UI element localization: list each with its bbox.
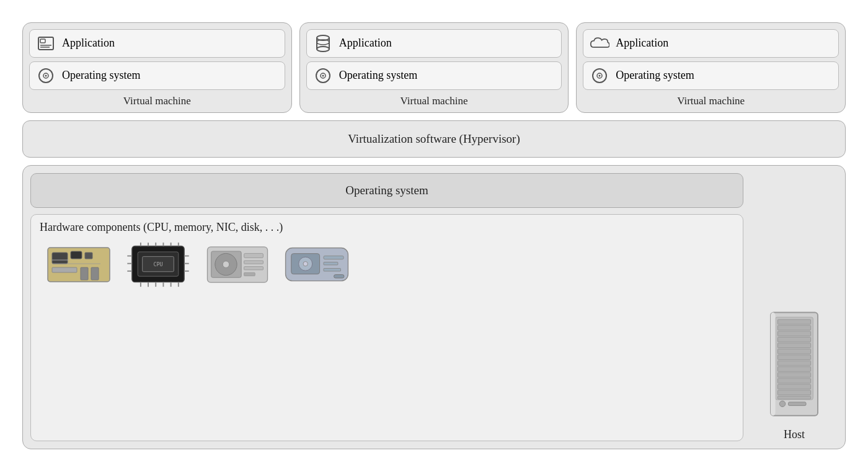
svg-rect-62 — [324, 262, 338, 265]
svg-rect-69 — [777, 331, 810, 336]
svg-rect-19 — [52, 253, 68, 264]
vm3-label: Virtual machine — [583, 95, 839, 107]
svg-rect-79 — [777, 390, 810, 395]
vm2-os-row: Operating system — [306, 61, 562, 90]
host-os-label: Operating system — [345, 184, 428, 197]
svg-rect-70 — [777, 337, 810, 342]
svg-point-52 — [223, 261, 229, 267]
vm1-os-label: Operating system — [62, 69, 140, 82]
svg-rect-71 — [777, 343, 810, 348]
vm3-os-row: Operating system — [583, 61, 839, 90]
svg-rect-1 — [40, 39, 45, 43]
svg-rect-24 — [91, 267, 99, 280]
svg-rect-61 — [324, 256, 343, 259]
vm2-app-row: Application — [306, 29, 562, 58]
svg-rect-77 — [777, 378, 810, 383]
cpu-image: CPU — [124, 241, 192, 288]
svg-rect-21 — [85, 253, 92, 259]
database-icon — [313, 34, 333, 53]
svg-rect-80 — [777, 396, 810, 399]
svg-rect-74 — [777, 361, 810, 366]
svg-rect-54 — [244, 260, 264, 263]
server-tower-icon — [757, 307, 831, 424]
svg-rect-55 — [244, 266, 264, 269]
host-row: Operating system Hardware components (CP… — [22, 165, 846, 449]
vm1-app-row: Application — [29, 29, 285, 58]
svg-point-17 — [599, 74, 601, 76]
vm1-box: Application Operating system Virtual mac… — [22, 22, 292, 113]
svg-rect-68 — [777, 325, 810, 330]
diagram-root: Application Operating system Virtual mac… — [12, 12, 856, 459]
svg-rect-82 — [789, 401, 807, 405]
vm1-os-row: Operating system — [29, 61, 285, 90]
svg-rect-56 — [244, 272, 255, 276]
vm2-os-label: Operating system — [339, 69, 417, 82]
hypervisor-box: Virtualization software (Hypervisor) — [22, 120, 846, 158]
hypervisor-label: Virtualization software (Hypervisor) — [348, 132, 520, 145]
hw-box: Hardware components (CPU, memory, NIC, d… — [30, 214, 743, 441]
svg-rect-64 — [334, 274, 345, 278]
vm1-app-label: Application — [62, 37, 115, 50]
svg-rect-76 — [777, 372, 810, 377]
svg-rect-72 — [777, 349, 810, 354]
svg-rect-22 — [52, 267, 77, 272]
cloud-icon — [590, 34, 609, 53]
host-right: Host — [751, 173, 838, 441]
vm2-app-label: Application — [339, 37, 392, 50]
svg-rect-20 — [71, 251, 82, 259]
svg-rect-53 — [244, 253, 264, 258]
vm1-label: Virtual machine — [29, 95, 285, 107]
disc-icon-vm1 — [36, 66, 56, 86]
svg-point-60 — [303, 261, 308, 266]
vm3-app-label: Application — [616, 37, 668, 50]
host-left: Operating system Hardware components (CP… — [30, 173, 743, 441]
disc-icon-vm3 — [590, 66, 609, 86]
svg-rect-67 — [777, 319, 810, 324]
hw-title: Hardware components (CPU, memory, NIC, d… — [40, 221, 734, 234]
svg-point-10 — [317, 47, 329, 52]
svg-rect-78 — [777, 384, 810, 389]
disk-image — [203, 241, 272, 288]
svg-point-81 — [779, 401, 786, 407]
window-icon — [36, 34, 56, 53]
svg-rect-63 — [324, 268, 341, 271]
svg-rect-73 — [777, 354, 810, 359]
hw-images: CPU — [40, 239, 734, 290]
svg-rect-83 — [771, 312, 776, 415]
svg-text:CPU: CPU — [153, 261, 162, 267]
vm3-os-label: Operating system — [616, 69, 694, 82]
vm3-app-row: Application — [583, 29, 839, 58]
nic-image — [45, 241, 113, 288]
vm2-box: Application Operating system Virtual mac… — [299, 22, 569, 113]
svg-point-6 — [45, 74, 47, 76]
svg-point-14 — [322, 74, 324, 76]
vm-row: Application Operating system Virtual mac… — [22, 22, 846, 113]
hdd-image — [283, 241, 351, 288]
svg-rect-75 — [777, 366, 810, 371]
host-os-box: Operating system — [30, 173, 743, 208]
vm2-label: Virtual machine — [306, 95, 562, 107]
svg-rect-23 — [81, 267, 88, 280]
disc-icon-vm2 — [313, 66, 333, 86]
vm3-box: Application Operating system Virtual mac… — [576, 22, 846, 113]
host-label: Host — [784, 428, 805, 441]
